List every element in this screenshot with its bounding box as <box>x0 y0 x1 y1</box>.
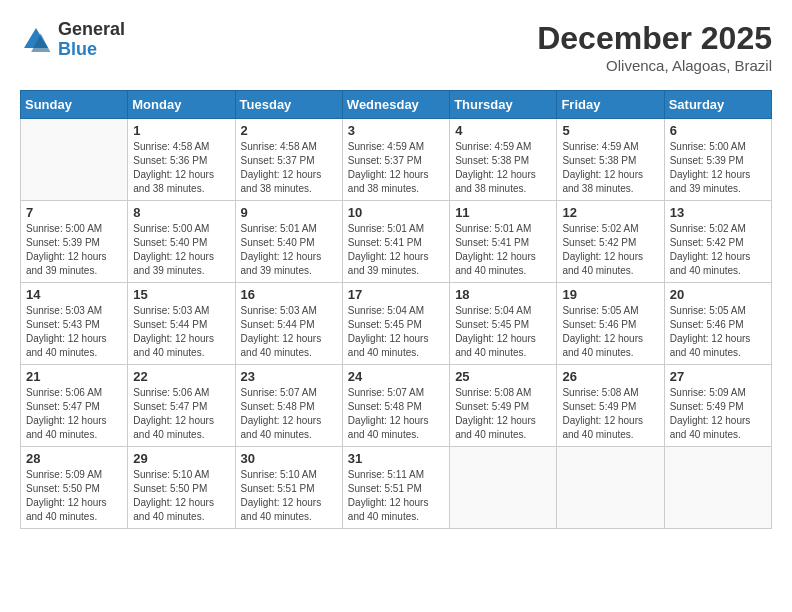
calendar-day-cell: 21Sunrise: 5:06 AM Sunset: 5:47 PM Dayli… <box>21 365 128 447</box>
calendar-day-cell: 31Sunrise: 5:11 AM Sunset: 5:51 PM Dayli… <box>342 447 449 529</box>
calendar-day-cell: 15Sunrise: 5:03 AM Sunset: 5:44 PM Dayli… <box>128 283 235 365</box>
logo-icon <box>20 24 52 56</box>
calendar-day-cell: 24Sunrise: 5:07 AM Sunset: 5:48 PM Dayli… <box>342 365 449 447</box>
day-info: Sunrise: 4:58 AM Sunset: 5:37 PM Dayligh… <box>241 140 337 196</box>
day-info: Sunrise: 5:09 AM Sunset: 5:49 PM Dayligh… <box>670 386 766 442</box>
day-number: 16 <box>241 287 337 302</box>
day-number: 22 <box>133 369 229 384</box>
day-info: Sunrise: 5:01 AM Sunset: 5:40 PM Dayligh… <box>241 222 337 278</box>
day-info: Sunrise: 5:02 AM Sunset: 5:42 PM Dayligh… <box>670 222 766 278</box>
calendar-day-cell: 29Sunrise: 5:10 AM Sunset: 5:50 PM Dayli… <box>128 447 235 529</box>
month-year-title: December 2025 <box>537 20 772 57</box>
calendar-day-cell: 14Sunrise: 5:03 AM Sunset: 5:43 PM Dayli… <box>21 283 128 365</box>
day-info: Sunrise: 5:11 AM Sunset: 5:51 PM Dayligh… <box>348 468 444 524</box>
day-info: Sunrise: 5:01 AM Sunset: 5:41 PM Dayligh… <box>348 222 444 278</box>
calendar-day-header: Wednesday <box>342 91 449 119</box>
day-number: 23 <box>241 369 337 384</box>
calendar-week-row: 1Sunrise: 4:58 AM Sunset: 5:36 PM Daylig… <box>21 119 772 201</box>
calendar-day-cell <box>21 119 128 201</box>
calendar-day-cell: 28Sunrise: 5:09 AM Sunset: 5:50 PM Dayli… <box>21 447 128 529</box>
calendar-day-cell: 17Sunrise: 5:04 AM Sunset: 5:45 PM Dayli… <box>342 283 449 365</box>
day-number: 13 <box>670 205 766 220</box>
calendar-day-header: Monday <box>128 91 235 119</box>
calendar-table: SundayMondayTuesdayWednesdayThursdayFrid… <box>20 90 772 529</box>
calendar-day-cell <box>450 447 557 529</box>
day-number: 17 <box>348 287 444 302</box>
day-number: 3 <box>348 123 444 138</box>
day-info: Sunrise: 5:00 AM Sunset: 5:40 PM Dayligh… <box>133 222 229 278</box>
day-info: Sunrise: 4:58 AM Sunset: 5:36 PM Dayligh… <box>133 140 229 196</box>
day-info: Sunrise: 5:10 AM Sunset: 5:50 PM Dayligh… <box>133 468 229 524</box>
calendar-day-cell: 12Sunrise: 5:02 AM Sunset: 5:42 PM Dayli… <box>557 201 664 283</box>
calendar-day-cell: 11Sunrise: 5:01 AM Sunset: 5:41 PM Dayli… <box>450 201 557 283</box>
day-number: 7 <box>26 205 122 220</box>
calendar-day-cell <box>557 447 664 529</box>
day-number: 4 <box>455 123 551 138</box>
day-number: 11 <box>455 205 551 220</box>
calendar-day-cell: 1Sunrise: 4:58 AM Sunset: 5:36 PM Daylig… <box>128 119 235 201</box>
day-number: 8 <box>133 205 229 220</box>
day-number: 19 <box>562 287 658 302</box>
calendar-week-row: 21Sunrise: 5:06 AM Sunset: 5:47 PM Dayli… <box>21 365 772 447</box>
calendar-day-cell: 25Sunrise: 5:08 AM Sunset: 5:49 PM Dayli… <box>450 365 557 447</box>
day-number: 15 <box>133 287 229 302</box>
day-info: Sunrise: 5:01 AM Sunset: 5:41 PM Dayligh… <box>455 222 551 278</box>
calendar-day-cell: 3Sunrise: 4:59 AM Sunset: 5:37 PM Daylig… <box>342 119 449 201</box>
calendar-day-cell: 9Sunrise: 5:01 AM Sunset: 5:40 PM Daylig… <box>235 201 342 283</box>
day-info: Sunrise: 5:04 AM Sunset: 5:45 PM Dayligh… <box>348 304 444 360</box>
calendar-day-cell: 16Sunrise: 5:03 AM Sunset: 5:44 PM Dayli… <box>235 283 342 365</box>
calendar-header-row: SundayMondayTuesdayWednesdayThursdayFrid… <box>21 91 772 119</box>
logo-general-text: General <box>58 20 125 40</box>
calendar-week-row: 28Sunrise: 5:09 AM Sunset: 5:50 PM Dayli… <box>21 447 772 529</box>
day-info: Sunrise: 4:59 AM Sunset: 5:38 PM Dayligh… <box>455 140 551 196</box>
day-number: 26 <box>562 369 658 384</box>
calendar-day-cell: 8Sunrise: 5:00 AM Sunset: 5:40 PM Daylig… <box>128 201 235 283</box>
day-info: Sunrise: 5:07 AM Sunset: 5:48 PM Dayligh… <box>348 386 444 442</box>
day-info: Sunrise: 5:10 AM Sunset: 5:51 PM Dayligh… <box>241 468 337 524</box>
day-info: Sunrise: 5:05 AM Sunset: 5:46 PM Dayligh… <box>562 304 658 360</box>
day-number: 9 <box>241 205 337 220</box>
day-info: Sunrise: 5:06 AM Sunset: 5:47 PM Dayligh… <box>133 386 229 442</box>
calendar-day-header: Tuesday <box>235 91 342 119</box>
calendar-day-header: Thursday <box>450 91 557 119</box>
day-info: Sunrise: 5:03 AM Sunset: 5:43 PM Dayligh… <box>26 304 122 360</box>
logo-blue-text: Blue <box>58 40 125 60</box>
day-number: 28 <box>26 451 122 466</box>
calendar-day-cell: 20Sunrise: 5:05 AM Sunset: 5:46 PM Dayli… <box>664 283 771 365</box>
day-number: 24 <box>348 369 444 384</box>
day-number: 1 <box>133 123 229 138</box>
day-info: Sunrise: 5:00 AM Sunset: 5:39 PM Dayligh… <box>670 140 766 196</box>
calendar-day-cell: 7Sunrise: 5:00 AM Sunset: 5:39 PM Daylig… <box>21 201 128 283</box>
day-info: Sunrise: 5:09 AM Sunset: 5:50 PM Dayligh… <box>26 468 122 524</box>
calendar-day-cell: 19Sunrise: 5:05 AM Sunset: 5:46 PM Dayli… <box>557 283 664 365</box>
day-number: 10 <box>348 205 444 220</box>
page-header: General Blue December 2025 Olivenca, Ala… <box>20 20 772 74</box>
day-number: 6 <box>670 123 766 138</box>
calendar-day-cell: 6Sunrise: 5:00 AM Sunset: 5:39 PM Daylig… <box>664 119 771 201</box>
day-number: 12 <box>562 205 658 220</box>
calendar-day-header: Saturday <box>664 91 771 119</box>
day-number: 30 <box>241 451 337 466</box>
day-info: Sunrise: 5:03 AM Sunset: 5:44 PM Dayligh… <box>133 304 229 360</box>
calendar-week-row: 7Sunrise: 5:00 AM Sunset: 5:39 PM Daylig… <box>21 201 772 283</box>
day-number: 29 <box>133 451 229 466</box>
calendar-day-cell <box>664 447 771 529</box>
day-info: Sunrise: 4:59 AM Sunset: 5:37 PM Dayligh… <box>348 140 444 196</box>
day-info: Sunrise: 5:08 AM Sunset: 5:49 PM Dayligh… <box>455 386 551 442</box>
day-number: 20 <box>670 287 766 302</box>
calendar-day-header: Sunday <box>21 91 128 119</box>
calendar-day-cell: 22Sunrise: 5:06 AM Sunset: 5:47 PM Dayli… <box>128 365 235 447</box>
day-number: 27 <box>670 369 766 384</box>
day-info: Sunrise: 5:05 AM Sunset: 5:46 PM Dayligh… <box>670 304 766 360</box>
calendar-day-cell: 27Sunrise: 5:09 AM Sunset: 5:49 PM Dayli… <box>664 365 771 447</box>
day-number: 18 <box>455 287 551 302</box>
day-info: Sunrise: 5:04 AM Sunset: 5:45 PM Dayligh… <box>455 304 551 360</box>
calendar-day-cell: 13Sunrise: 5:02 AM Sunset: 5:42 PM Dayli… <box>664 201 771 283</box>
calendar-day-cell: 4Sunrise: 4:59 AM Sunset: 5:38 PM Daylig… <box>450 119 557 201</box>
calendar-day-cell: 10Sunrise: 5:01 AM Sunset: 5:41 PM Dayli… <box>342 201 449 283</box>
calendar-day-cell: 23Sunrise: 5:07 AM Sunset: 5:48 PM Dayli… <box>235 365 342 447</box>
day-info: Sunrise: 5:03 AM Sunset: 5:44 PM Dayligh… <box>241 304 337 360</box>
day-info: Sunrise: 5:08 AM Sunset: 5:49 PM Dayligh… <box>562 386 658 442</box>
day-info: Sunrise: 4:59 AM Sunset: 5:38 PM Dayligh… <box>562 140 658 196</box>
calendar-day-cell: 2Sunrise: 4:58 AM Sunset: 5:37 PM Daylig… <box>235 119 342 201</box>
